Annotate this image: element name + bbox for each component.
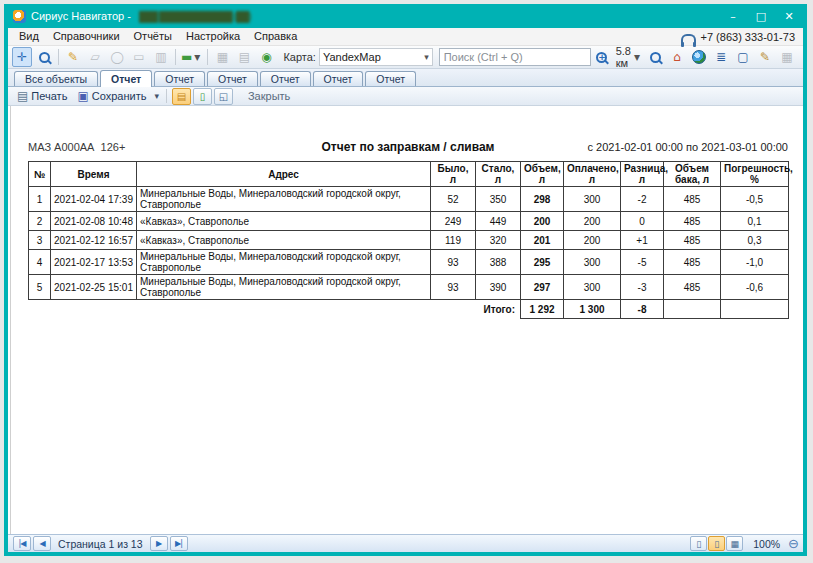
toolbar-separator xyxy=(207,49,208,65)
table-row: 22021-02-08 10:48«Кавказ», Ставрополье24… xyxy=(29,212,789,231)
zoom-tool-icon-glyph xyxy=(39,52,50,63)
table-cell: 300 xyxy=(564,250,621,275)
pan-tool-icon[interactable]: ✛ xyxy=(12,47,32,67)
table-cell: 485 xyxy=(664,275,721,300)
tab[interactable]: Отчет xyxy=(154,71,205,86)
map-select[interactable]: YandexMap ▾ xyxy=(319,48,433,66)
table-cell: 2021-02-12 16:57 xyxy=(51,231,137,250)
circle-icon-glyph: ◯ xyxy=(110,51,123,63)
sb-view-multi-button[interactable]: ▦ xyxy=(726,536,743,551)
tab[interactable]: Все объекты xyxy=(14,71,98,86)
save-dropdown-button[interactable]: ▾ xyxy=(151,91,162,101)
menu-item[interactable]: Отчёты xyxy=(127,28,179,45)
desktop: { "window": { "title": "Сириус Навигатор… xyxy=(0,0,813,563)
table-cell: 119 xyxy=(431,231,476,250)
polygon-icon-glyph: ▱ xyxy=(90,51,99,63)
tab[interactable]: Отчет xyxy=(260,71,311,86)
tab[interactable]: Отчет xyxy=(365,71,416,86)
polygon-icon: ▱ xyxy=(85,47,105,67)
tab[interactable]: Отчет xyxy=(207,71,258,86)
zoom-search-icon[interactable] xyxy=(645,47,665,67)
table-cell: 249 xyxy=(431,212,476,231)
table-cell: 200 xyxy=(564,231,621,250)
selection-icon[interactable]: ▢ xyxy=(733,47,753,67)
table-cell: 5 xyxy=(29,275,51,300)
title-bar: Сириус Навигатор - ███ ████████████ (██)… xyxy=(8,4,803,28)
circle-icon: ◯ xyxy=(107,47,127,67)
binoculars-icon-glyph: ◉ xyxy=(261,51,271,63)
menu-item[interactable]: Вид xyxy=(12,28,46,45)
toolbar-separator xyxy=(166,89,167,103)
table-cell: 300 xyxy=(564,187,621,212)
table-cell: 0 xyxy=(621,212,664,231)
binoculars-icon[interactable]: ◉ xyxy=(256,47,276,67)
search-input[interactable] xyxy=(439,48,591,66)
sb-view-multi-button-glyph: ▦ xyxy=(730,539,739,549)
main-toolbar: ✛✎▱◯▭▥▬▾▦▤◉ Карта: YandexMap ▾ 5.8 км▾⌂≣… xyxy=(8,46,803,69)
tab-active[interactable]: Отчет xyxy=(100,70,152,87)
zoom-in-icon[interactable] xyxy=(592,47,612,67)
zoom-out-button[interactable]: ⊖ xyxy=(788,537,799,550)
sb-view-single-button[interactable]: ▯ xyxy=(690,536,707,551)
menu-item[interactable]: Справочники xyxy=(46,28,127,45)
image-icon-glyph: ▦ xyxy=(781,51,792,63)
last-page-button[interactable]: ▶| xyxy=(170,536,188,551)
scale-select-value: 5.8 км xyxy=(616,45,631,69)
table-cell: -2 xyxy=(621,187,664,212)
table-cell: 300 xyxy=(564,275,621,300)
table-row: 12021-02-04 17:39Минеральные Воды, Минер… xyxy=(29,187,789,212)
tab[interactable]: Отчет xyxy=(313,71,364,86)
globe-icon[interactable] xyxy=(689,47,709,67)
view-outline-button[interactable]: ▯ xyxy=(193,88,212,105)
menu-item[interactable]: Настройка xyxy=(179,28,247,45)
view-single-button[interactable]: ▤ xyxy=(172,88,191,105)
notes-icon[interactable]: ✎ xyxy=(755,47,775,67)
table-cell: +1 xyxy=(621,231,664,250)
totals-cell: 1 300 xyxy=(564,300,621,319)
headset-icon xyxy=(681,34,696,44)
table-cell: «Кавказ», Ставрополье xyxy=(137,231,431,250)
table-cell: 350 xyxy=(476,187,521,212)
vehicle-icon[interactable]: ▬▾ xyxy=(180,47,203,67)
zoom-tool-icon[interactable] xyxy=(34,47,54,67)
totals-label: Итого: xyxy=(29,300,521,319)
table-cell: Минеральные Воды, Минераловодский городс… xyxy=(137,187,431,212)
toolbar-separator xyxy=(175,49,176,65)
vehicle-icon-glyph: ▬ xyxy=(181,51,192,63)
legend-icon[interactable]: ≣ xyxy=(711,47,731,67)
report-title: Отчет по заправкам / сливам xyxy=(322,140,495,154)
prev-page-button[interactable]: ◀ xyxy=(33,536,51,551)
sb-view-fit-button[interactable]: ▯ xyxy=(708,536,725,551)
home-icon[interactable]: ⌂ xyxy=(667,47,687,67)
table-totals-row: Итого:1 2921 300-8 xyxy=(29,300,789,319)
first-page-button[interactable]: |◀ xyxy=(13,536,31,551)
save-button[interactable]: ▣ Сохранить xyxy=(72,88,151,104)
close-report-button[interactable]: Закрыть xyxy=(248,90,290,102)
scale-select[interactable]: 5.8 км▾ xyxy=(614,47,643,67)
table-cell: 298 xyxy=(521,187,564,212)
table-cell: 201 xyxy=(521,231,564,250)
print-button[interactable]: ▤ Печать xyxy=(12,88,72,104)
rectangle-icon: ▭ xyxy=(129,47,149,67)
maximize-button[interactable]: □ xyxy=(747,6,775,26)
table-cell: 390 xyxy=(476,275,521,300)
minimize-button[interactable]: – xyxy=(719,6,747,26)
table-cell: -0,6 xyxy=(721,275,789,300)
close-button[interactable]: ✕ xyxy=(775,6,803,26)
edit-map-icon[interactable]: ✎ xyxy=(63,47,83,67)
next-page-button[interactable]: ▶ xyxy=(150,536,168,551)
edit-map-icon-glyph: ✎ xyxy=(68,51,78,63)
table-cell: -0,5 xyxy=(721,187,789,212)
table-cell: 485 xyxy=(664,231,721,250)
map-label: Карта: xyxy=(283,51,316,63)
menu-item[interactable]: Справка xyxy=(247,28,304,45)
tab-bar: Все объектыОтчетОтчетОтчетОтчетОтчетОтче… xyxy=(8,69,803,87)
statusbar-right: ▯▯▦ 100% ⊖ xyxy=(690,536,799,551)
legend-icon-glyph: ≣ xyxy=(716,51,726,63)
table-cell: «Кавказ», Ставрополье xyxy=(137,212,431,231)
table-cell: 295 xyxy=(521,250,564,275)
zoom-in-icon-glyph xyxy=(596,52,607,63)
table-cell: 4 xyxy=(29,250,51,275)
view-fit-button[interactable]: ◱ xyxy=(214,88,233,105)
table-cell: 485 xyxy=(664,250,721,275)
